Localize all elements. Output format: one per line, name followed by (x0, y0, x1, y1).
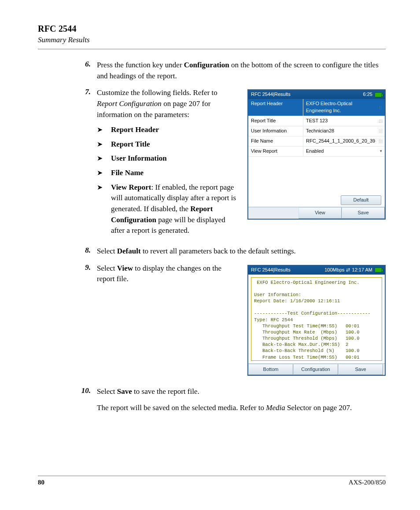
bold-text: Report Header (111, 125, 159, 134)
bold-text: Report Title (111, 140, 150, 148)
link-rate: 100Mbps (324, 267, 344, 274)
screenshot-report-view: RFC 2544|Results 100Mbps⇄ 12:17 AM EXFO … (247, 265, 386, 376)
page-number: 80 (38, 479, 44, 486)
titlebar: RFC 2544|Results 100Mbps⇄ 12:17 AM (248, 266, 385, 275)
bold-text: Configuration (184, 61, 229, 69)
bold-text: Default (117, 247, 141, 255)
report-text-area[interactable]: EXFO Electro-Optical Engineering Inc. Us… (251, 277, 382, 361)
header-rule (38, 49, 386, 49)
bottom-button[interactable]: Bottom (248, 364, 293, 375)
bullet-user-information: User Information (97, 153, 386, 164)
text: Customize the following fields. Refer to (97, 88, 217, 97)
section-title: Summary Results (38, 36, 386, 44)
bold-text: View Report (111, 183, 151, 191)
step-number: 9. (38, 263, 97, 381)
step-number: 6. (38, 60, 97, 81)
footer-rule (38, 476, 386, 476)
step-body: Select Save to save the report file. The… (97, 386, 386, 413)
report-header-row[interactable]: Report Header EXFO Electro-Optical Engin… (248, 99, 385, 116)
bold-text: View (117, 264, 133, 272)
step-10: 10. Select Save to save the report file.… (38, 386, 386, 413)
bold-text: User Information (111, 154, 167, 162)
italic-text: Media (266, 404, 285, 412)
step-body: RFC 2544|Results 6:25 Report Header EXFO… (97, 88, 386, 240)
step-number: 8. (38, 246, 97, 257)
battery-icon (375, 92, 382, 97)
row-value: EXFO Electro-Optical Engineering Inc. (306, 100, 379, 114)
bullet-view-report: View Report: If enabled, the report page… (97, 182, 386, 236)
clock-label: 12:17 AM (352, 267, 372, 274)
text: to save the report file. (132, 387, 199, 396)
step-9: 9. RFC 2544|Results 100Mbps⇄ 12:17 AM EX… (38, 263, 386, 381)
step-body: Press the function key under Configurati… (97, 60, 386, 81)
clock-label: 6:25 (363, 91, 372, 98)
step-body: RFC 2544|Results 100Mbps⇄ 12:17 AM EXFO … (97, 263, 386, 381)
grip-icon (379, 106, 382, 109)
battery-icon (375, 268, 382, 272)
step-body: Select Default to revert all parameters … (97, 246, 386, 257)
italic-text: Report Configuration (97, 99, 162, 108)
text: Selector on page 207. (285, 404, 352, 412)
bold-text: Save (117, 387, 132, 396)
configuration-button[interactable]: Configuration (293, 364, 338, 375)
step-7: 7. RFC 2544|Results 6:25 Report Header E… (38, 88, 386, 240)
titlebar: RFC 2544|Results 6:25 (248, 90, 385, 99)
bullet-file-name: File Name (97, 168, 386, 179)
softkey-bar: Bottom Configuration Save (248, 363, 385, 375)
grip-icon (379, 119, 382, 123)
row-value: TEST 123 (306, 117, 328, 125)
link-icon: ⇄ (346, 267, 350, 274)
window-title: RFC 2544|Results (251, 91, 291, 98)
step-number: 7. (38, 88, 97, 240)
text: to revert all parameters back to the def… (141, 247, 296, 255)
text: Select (97, 387, 117, 396)
window-title: RFC 2544|Results (251, 267, 291, 274)
model-label: AXS-200/850 (349, 479, 386, 486)
step-number: 10. (38, 386, 97, 413)
step-8: 8. Select Default to revert all paramete… (38, 246, 386, 257)
save-button[interactable]: Save (338, 364, 383, 375)
note-paragraph: The report will be saved on the selected… (97, 403, 386, 414)
page-footer: 80 AXS-200/850 (38, 476, 386, 486)
step-6: 6. Press the function key under Configur… (38, 60, 386, 81)
row-label: Report Header (248, 99, 303, 116)
text: Select (97, 264, 117, 272)
text: Select (97, 247, 117, 255)
bullet-report-header: Report Header (97, 125, 386, 136)
chapter-title: RFC 2544 (38, 24, 386, 34)
bold-text: File Name (111, 169, 144, 177)
bullet-report-title: Report Title (97, 139, 386, 150)
text: Press the function key under (97, 61, 184, 69)
text: The report will be saved on the selected… (97, 404, 266, 412)
